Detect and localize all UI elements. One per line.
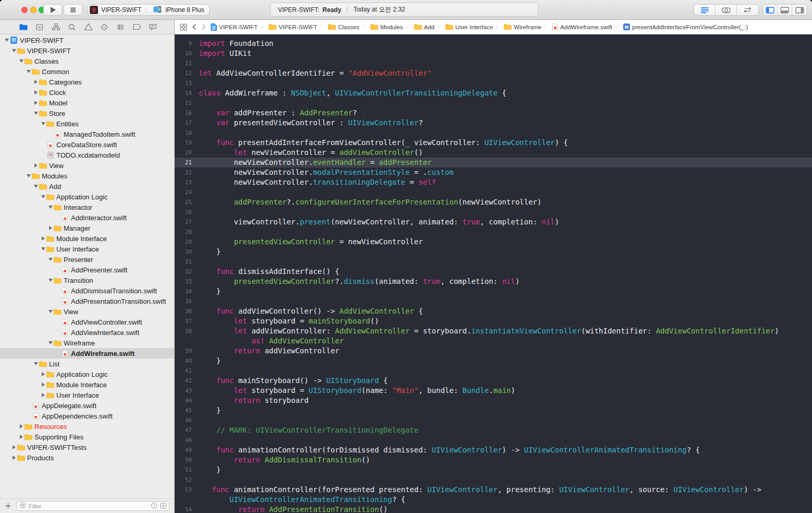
tree-item[interactable]: View: [0, 306, 174, 317]
forward-button[interactable]: [201, 23, 206, 30]
breadcrumb-item[interactable]: User Interface: [445, 24, 493, 30]
debug-icon[interactable]: [116, 23, 125, 31]
disclosure-triangle-icon[interactable]: [41, 383, 46, 387]
tree-item[interactable]: Module Interface: [0, 379, 174, 390]
tree-item[interactable]: TODO.xcdatamodeld: [0, 150, 174, 160]
back-button[interactable]: [192, 23, 197, 30]
line-number[interactable]: 38: [175, 328, 192, 335]
tree-item[interactable]: Classes: [0, 56, 174, 66]
tree-item[interactable]: Products: [0, 452, 174, 463]
line-number[interactable]: 44: [175, 397, 192, 404]
tree-item[interactable]: Entities: [0, 118, 174, 129]
line-number[interactable]: 9: [175, 40, 192, 47]
tree-item[interactable]: User Interface: [0, 244, 174, 254]
code-line[interactable]: 23 newViewController.transitioningDelega…: [175, 177, 812, 187]
code-line[interactable]: 36 func addViewController() -> AddViewCo…: [175, 306, 812, 316]
line-number[interactable]: 24: [175, 189, 192, 196]
code-line[interactable]: 20 let newViewController = addViewContro…: [175, 148, 812, 158]
code-line[interactable]: 13: [175, 78, 812, 88]
stop-button[interactable]: [64, 4, 82, 16]
code-line[interactable]: 53 func animationController(forPresented…: [175, 485, 812, 495]
code-line[interactable]: 46: [175, 415, 812, 425]
line-number[interactable]: 36: [175, 308, 192, 315]
tree-item[interactable]: AddPresenter.swift: [0, 265, 174, 275]
assistant-editor-button[interactable]: [716, 5, 737, 15]
code-line[interactable]: 9import Foundation: [175, 39, 812, 49]
tree-item[interactable]: AddInteractor.swift: [0, 212, 174, 223]
toggle-debug-area-button[interactable]: [778, 5, 792, 15]
titlebar[interactable]: V VIPER-SWIFT 〉 iPhone 8 Plus VIPER-SWIF…: [0, 0, 812, 20]
code-line[interactable]: 33 presentedViewController?.dismiss(anim…: [175, 277, 812, 287]
toggle-inspectors-button[interactable]: [792, 5, 807, 15]
disclosure-triangle-icon[interactable]: [26, 174, 31, 177]
issues-icon[interactable]: [83, 23, 93, 31]
tree-item[interactable]: Presenter: [0, 254, 174, 265]
disclosure-triangle-icon[interactable]: [41, 372, 46, 376]
line-number[interactable]: 54: [175, 506, 192, 513]
line-number[interactable]: 21: [175, 159, 192, 166]
line-number[interactable]: 46: [175, 417, 192, 424]
line-number[interactable]: 48: [175, 437, 192, 444]
line-number[interactable]: 41: [175, 367, 192, 374]
code-line[interactable]: 14class AddWireframe : NSObject, UIViewC…: [175, 88, 812, 98]
line-number[interactable]: 53: [175, 486, 192, 493]
code-line[interactable]: 15: [175, 98, 812, 108]
code-editor[interactable]: 9import Foundation10import UIKit1112let …: [175, 34, 812, 513]
line-number[interactable]: 19: [175, 139, 192, 146]
breadcrumb-item[interactable]: AddWireframe.swift: [552, 23, 612, 30]
code-line[interactable]: 45 }: [175, 405, 812, 415]
tree-item[interactable]: Wireframe: [0, 338, 174, 348]
tree-item[interactable]: Add: [0, 181, 174, 192]
line-number[interactable]: 17: [175, 120, 192, 126]
code-line[interactable]: 22 newViewController.modalPresentationSt…: [175, 168, 812, 177]
version-editor-button[interactable]: [737, 5, 758, 15]
tree-item[interactable]: ManagedTodoItem.swift: [0, 129, 174, 139]
disclosure-triangle-icon[interactable]: [33, 163, 39, 168]
line-number[interactable]: 33: [175, 278, 192, 285]
standard-editor-button[interactable]: [694, 5, 716, 15]
code-line[interactable]: 49 func animationController(forDismissed…: [175, 445, 812, 455]
tree-item[interactable]: AddViewController.swift: [0, 317, 174, 327]
disclosure-triangle-icon[interactable]: [48, 279, 53, 282]
line-number[interactable]: 25: [175, 199, 192, 206]
symbol-navigator-icon[interactable]: [51, 23, 60, 31]
disclosure-triangle-icon[interactable]: [11, 49, 17, 52]
line-number[interactable]: 29: [175, 238, 192, 245]
code-line[interactable]: 12let AddViewControllerIdentifier = "Add…: [175, 68, 812, 78]
disclosure-triangle-icon[interactable]: [41, 122, 46, 125]
line-number[interactable]: 43: [175, 387, 192, 394]
breakpoints-icon[interactable]: [132, 23, 141, 30]
line-number[interactable]: 13: [175, 80, 192, 87]
tree-item[interactable]: View: [0, 160, 174, 171]
disclosure-triangle-icon[interactable]: [33, 362, 39, 365]
scm-status-icon[interactable]: [160, 503, 166, 510]
tree-item[interactable]: List: [0, 359, 174, 369]
code-line[interactable]: 39 return addViewController: [175, 346, 812, 356]
code-line[interactable]: 34 }: [175, 287, 812, 296]
disclosure-triangle-icon[interactable]: [19, 59, 24, 63]
tree-item[interactable]: Module Interface: [0, 233, 174, 244]
code-line[interactable]: 30 }: [175, 247, 812, 257]
disclosure-triangle-icon[interactable]: [41, 236, 46, 241]
code-line[interactable]: 38 let addViewController: AddViewControl…: [175, 326, 812, 336]
disclosure-triangle-icon[interactable]: [19, 424, 24, 428]
breadcrumb-item[interactable]: Classes: [328, 24, 359, 30]
code-line[interactable]: 27 viewController.present(newViewControl…: [175, 217, 812, 227]
line-number[interactable]: 49: [175, 447, 192, 454]
code-line[interactable]: UIViewControllerAnimatedTransitioning? {: [175, 495, 812, 505]
code-line[interactable]: 32 func dismissAddInterface() {: [175, 267, 812, 277]
breadcrumb-item[interactable]: MpresentAddInterfaceFromViewController(_…: [623, 23, 748, 30]
line-number[interactable]: 50: [175, 457, 192, 463]
code-line[interactable]: 50 return AddDismissalTransition(): [175, 455, 812, 465]
tree-item[interactable]: VIPER-SWIFTTests: [0, 442, 174, 452]
tree-item[interactable]: Supporting Files: [0, 432, 174, 442]
minimize-button[interactable]: [30, 7, 37, 13]
line-number[interactable]: 45: [175, 407, 192, 414]
disclosure-triangle-icon[interactable]: [33, 112, 39, 115]
code-line[interactable]: 35: [175, 296, 812, 306]
tree-item[interactable]: AddDismissalTransition.swift: [0, 285, 174, 296]
code-line[interactable]: 37 let storyboard = mainStoryboard(): [175, 316, 812, 326]
tree-item[interactable]: Store: [0, 108, 174, 118]
disclosure-triangle-icon[interactable]: [41, 195, 46, 198]
line-number[interactable]: 47: [175, 427, 192, 434]
